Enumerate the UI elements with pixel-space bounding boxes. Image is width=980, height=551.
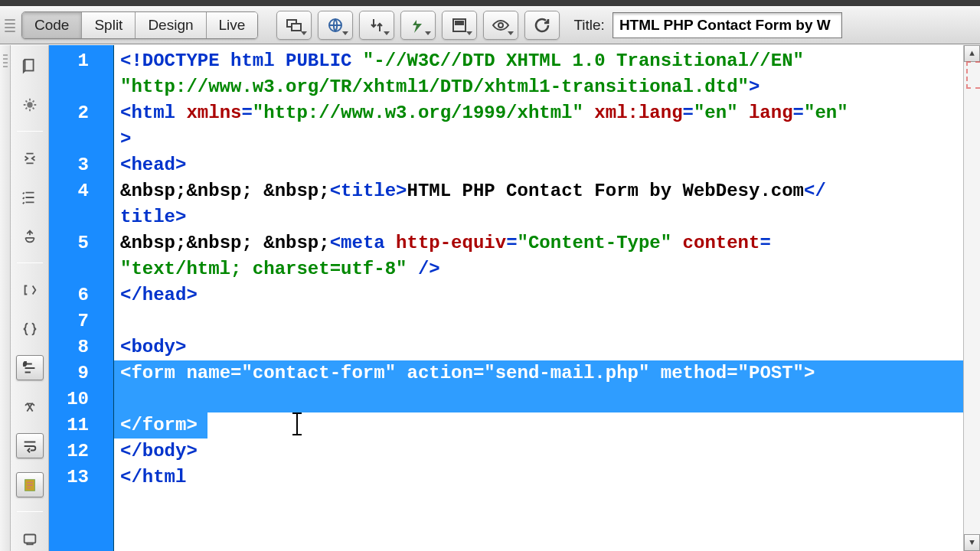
show-code-navigator-icon[interactable] (16, 92, 44, 117)
line-number: 12 (49, 439, 113, 465)
svg-text:#: # (23, 361, 26, 367)
line-number: 9 (49, 360, 113, 386)
line-number: 2 (49, 100, 113, 152)
svg-rect-11 (24, 534, 35, 543)
highlight-invalid-code-icon[interactable]: # (16, 355, 44, 380)
balance-braces-icon[interactable] (16, 277, 44, 302)
view-design-button[interactable]: Design (136, 12, 206, 38)
line-number: 13 (49, 465, 113, 491)
view-mode-group: Code Split Design Live (21, 11, 258, 39)
selection-highlight: <form name="contact-form" action="send-m… (114, 360, 963, 412)
editor-main: # 1 2 3 4 5 6 7 8 9 10 11 12 13 (0, 44, 980, 551)
text-cursor (296, 412, 298, 435)
side-gripper[interactable] (0, 45, 11, 551)
view-live-button[interactable]: Live (207, 12, 258, 38)
code-line[interactable]: </body> (120, 439, 963, 465)
line-numbers-icon[interactable] (16, 316, 44, 341)
line-number: 3 (49, 152, 113, 178)
svg-rect-4 (456, 21, 459, 24)
code-line[interactable]: &nbsp;&nbsp; &nbsp;<title>HTML PHP Conta… (120, 178, 963, 230)
code-text-area[interactable]: <!DOCTYPE html PUBLIC "-//W3C//DTD XHTML… (114, 45, 963, 551)
svg-point-6 (498, 23, 503, 28)
visual-aids-icon[interactable] (483, 11, 518, 40)
code-line[interactable]: <html xmlns="http://www.w3.org/1999/xhtm… (120, 100, 963, 152)
code-line[interactable]: </html (120, 465, 963, 491)
scroll-track[interactable] (964, 62, 980, 534)
toolbar-gripper[interactable] (5, 11, 15, 39)
svg-rect-7 (24, 59, 33, 70)
line-number: 6 (49, 282, 113, 308)
svg-point-8 (27, 102, 32, 107)
apply-source-formatting-icon[interactable] (16, 472, 44, 497)
window-titlebar (0, 0, 980, 6)
line-number: 4 (49, 178, 113, 230)
document-toolbar: Code Split Design Live Title: (0, 6, 980, 44)
expand-all-icon[interactable] (16, 184, 44, 210)
line-number: 5 (49, 230, 113, 282)
code-line[interactable] (120, 308, 963, 334)
collapse-full-tag-icon[interactable] (16, 145, 44, 171)
code-line[interactable]: <!DOCTYPE html PUBLIC "-//W3C//DTD XHTML… (120, 48, 963, 100)
check-page-icon[interactable] (442, 11, 477, 40)
line-number-gutter: 1 2 3 4 5 6 7 8 9 10 11 12 13 (49, 45, 114, 551)
line-number: 1 (49, 48, 113, 100)
document-title-input[interactable] (612, 12, 842, 38)
word-wrap-icon[interactable] (16, 433, 44, 458)
code-line[interactable]: &nbsp;&nbsp; &nbsp;<meta http-equiv="Con… (120, 230, 963, 282)
multiscreen-icon[interactable] (276, 11, 312, 40)
truncated-edge-indicator (966, 61, 980, 89)
syntax-error-alerts-icon[interactable] (16, 394, 44, 419)
select-parent-tag-icon[interactable] (16, 223, 44, 249)
view-code-button[interactable]: Code (22, 12, 82, 38)
vertical-scrollbar[interactable]: ▲ ▼ (963, 45, 980, 551)
scroll-up-icon[interactable]: ▲ (964, 45, 980, 62)
svg-rect-1 (292, 24, 301, 31)
title-label: Title: (573, 17, 604, 34)
code-hint-tools-icon[interactable] (16, 526, 44, 551)
code-line[interactable]: <body> (120, 334, 963, 360)
svg-rect-5 (460, 21, 463, 24)
line-number: 10 (49, 386, 113, 412)
w3c-validate-icon[interactable] (400, 11, 436, 40)
preview-browser-icon[interactable] (318, 11, 353, 40)
open-documents-icon[interactable] (16, 53, 44, 78)
line-number: 11 (49, 412, 113, 439)
line-number: 8 (49, 334, 113, 360)
code-line[interactable]: </head> (120, 282, 963, 308)
selection-highlight: </form> (114, 412, 207, 439)
code-side-toolbar: # (11, 45, 49, 551)
line-number: 7 (49, 308, 113, 334)
code-line[interactable]: <head> (120, 152, 963, 178)
scroll-down-icon[interactable]: ▼ (964, 534, 980, 551)
file-management-icon[interactable] (359, 11, 394, 40)
code-editor[interactable]: 1 2 3 4 5 6 7 8 9 10 11 12 13 <!DOCTYPE … (49, 45, 980, 551)
refresh-icon[interactable] (524, 11, 560, 40)
view-split-button[interactable]: Split (82, 12, 136, 38)
